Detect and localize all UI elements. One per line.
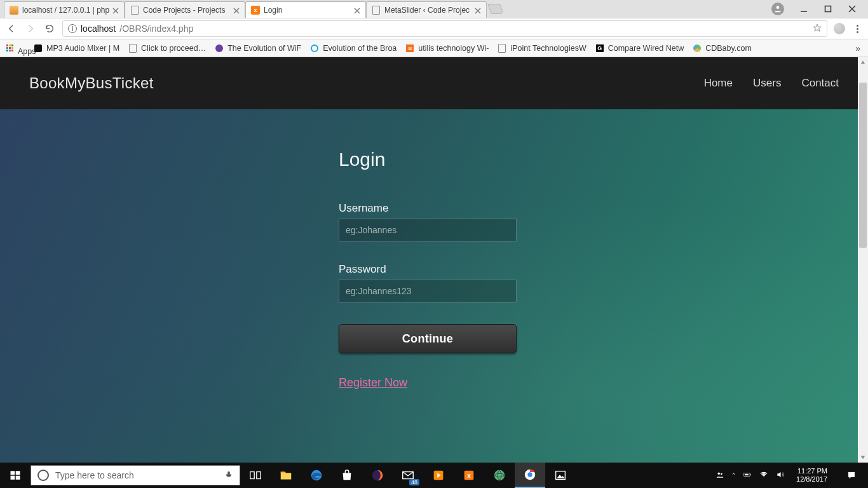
reload-button[interactable] [43, 22, 56, 35]
media-player-icon[interactable] [423, 463, 454, 488]
bookmark-item[interactable]: uutilis technology Wi- [405, 44, 489, 53]
svg-rect-22 [257, 472, 261, 479]
svg-point-29 [494, 470, 505, 481]
windows-taskbar: Type here to search 48 x ˄ 11:27 PM 12/8… [0, 463, 868, 488]
tab-close-icon[interactable] [475, 7, 481, 13]
mail-icon[interactable]: 48 [393, 463, 423, 488]
start-button[interactable] [0, 463, 31, 488]
svg-point-36 [718, 473, 721, 475]
document-icon [372, 6, 381, 15]
svg-marker-13 [813, 24, 821, 31]
wifi-icon[interactable] [759, 470, 768, 480]
tray-overflow-icon[interactable]: ˄ [732, 472, 735, 479]
chrome-menu-button[interactable] [851, 23, 863, 34]
nav-home[interactable]: Home [704, 77, 733, 90]
edge-icon[interactable] [301, 463, 332, 488]
scroll-up-icon[interactable] [858, 57, 868, 67]
bookmark-item[interactable]: Click to proceed… [128, 44, 206, 53]
back-button[interactable] [5, 22, 18, 35]
password-input[interactable] [339, 280, 517, 302]
browser-tab[interactable]: MetaSlider ‹ Code Projec [366, 1, 487, 18]
profile-avatar-icon[interactable] [771, 3, 784, 15]
volume-icon[interactable] [776, 470, 785, 480]
svg-marker-14 [861, 61, 865, 64]
bookmark-item[interactable]: iPoint TechnologiesW [498, 44, 586, 53]
nav-contact[interactable]: Contact [801, 77, 839, 90]
mail-badge: 48 [409, 479, 419, 485]
file-explorer-icon[interactable] [271, 463, 301, 488]
svg-point-0 [776, 6, 780, 9]
svg-rect-16 [11, 471, 15, 475]
bookmark-item[interactable]: MP3 Audio Mixer | M [34, 44, 119, 53]
browser-tab[interactable]: Code Projects - Projects [125, 1, 245, 18]
bookmark-apps[interactable]: Apps [5, 44, 25, 53]
svg-marker-35 [557, 475, 565, 478]
vertical-scrollbar[interactable] [858, 57, 868, 463]
svg-rect-39 [750, 474, 750, 475]
forward-button[interactable] [24, 22, 37, 35]
chrome-taskbar-icon[interactable] [515, 463, 545, 488]
bookmark-item[interactable]: Evolution of the Broa [310, 44, 397, 53]
svg-rect-17 [16, 471, 20, 475]
document-icon [130, 6, 139, 15]
tab-close-icon[interactable] [354, 7, 360, 13]
bookmark-label: Click to proceed… [141, 44, 206, 53]
svg-marker-15 [861, 456, 865, 459]
svg-rect-19 [16, 476, 20, 480]
svg-rect-2 [825, 6, 831, 12]
task-view-icon[interactable] [240, 463, 271, 488]
svg-rect-21 [250, 472, 254, 479]
tab-strip: localhost / 127.0.0.1 | php Code Project… [0, 0, 868, 18]
browser-tab[interactable]: localhost / 127.0.0.1 | php [4, 1, 125, 18]
url-path: /OBRS/index4.php [119, 24, 193, 34]
photos-icon[interactable] [545, 463, 576, 488]
bookmark-star-icon[interactable] [813, 24, 822, 34]
window-close-button[interactable] [848, 4, 857, 13]
xampp-taskbar-icon[interactable]: x [454, 463, 484, 488]
clock-time: 11:27 PM [796, 467, 827, 475]
scrollbar-thumb[interactable] [859, 83, 867, 248]
continue-button[interactable]: Continue [339, 324, 517, 353]
address-bar[interactable]: i localhost/OBRS/index4.php [62, 20, 827, 37]
search-placeholder: Type here to search [55, 470, 218, 480]
login-form: Login Username Password Continue Registe… [339, 149, 529, 390]
mic-icon[interactable] [224, 470, 233, 481]
bookmarks-overflow-icon[interactable]: » [855, 43, 863, 53]
register-link[interactable]: Register Now [339, 376, 407, 390]
svg-text:x: x [467, 472, 471, 479]
window-maximize-button[interactable] [824, 4, 832, 13]
tab-title: Login [264, 6, 351, 15]
bookmark-item[interactable]: The Evolution of WiF [215, 44, 301, 53]
scroll-down-icon[interactable] [858, 452, 868, 463]
new-tab-button[interactable] [487, 4, 504, 14]
taskbar-clock[interactable]: 11:27 PM 12/8/2017 [792, 467, 831, 483]
login-heading: Login [339, 149, 529, 170]
site-info-icon[interactable]: i [68, 24, 77, 33]
tab-close-icon[interactable] [233, 7, 240, 13]
clock-date: 12/8/2017 [796, 475, 827, 484]
site-header: BookMyBusTicket Home Users Contact [0, 57, 868, 109]
taskbar-search[interactable]: Type here to search [31, 465, 240, 485]
people-icon[interactable] [715, 470, 724, 480]
nav-users[interactable]: Users [753, 77, 781, 90]
firefox-icon[interactable] [362, 463, 393, 488]
svg-rect-18 [11, 476, 15, 480]
bookmark-item[interactable]: GCompare Wired Netw [595, 44, 684, 53]
bookmark-label: CDBaby.com [705, 44, 752, 53]
password-label: Password [339, 263, 529, 276]
bookmark-label: MP3 Audio Mixer | M [46, 44, 119, 53]
browser-tab-active[interactable]: x Login [245, 1, 366, 18]
bookmark-item[interactable]: CDBaby.com [693, 44, 752, 53]
store-icon[interactable] [332, 463, 362, 488]
extension-icon[interactable] [834, 23, 845, 34]
xampp-icon: x [251, 6, 260, 15]
battery-icon[interactable] [743, 470, 752, 480]
cortana-icon [37, 470, 49, 481]
brand-title[interactable]: BookMyBusTicket [29, 74, 154, 92]
svg-rect-42 [848, 472, 854, 477]
username-input[interactable] [339, 219, 517, 241]
action-center-icon[interactable] [839, 463, 864, 488]
atom-icon[interactable] [484, 463, 515, 488]
tab-close-icon[interactable] [112, 7, 119, 13]
window-minimize-button[interactable] [799, 4, 808, 13]
